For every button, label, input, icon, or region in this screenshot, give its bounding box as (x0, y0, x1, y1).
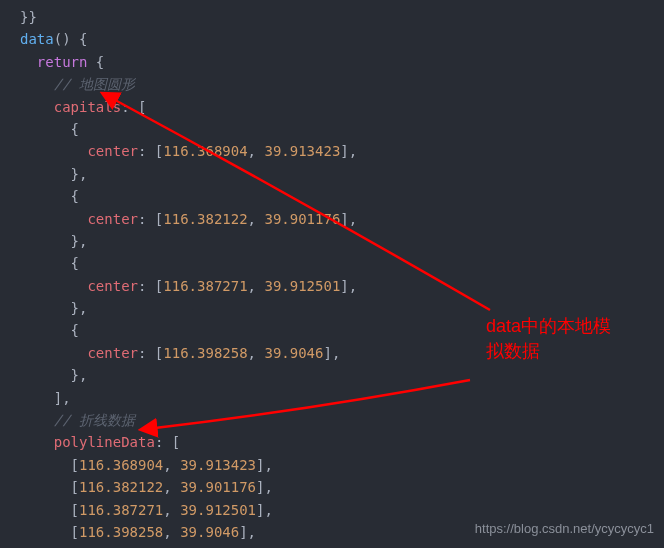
return-kw: return (37, 54, 88, 70)
ret-brace: { (87, 54, 104, 70)
close-braces: }} (20, 9, 37, 25)
watermark: https://blog.csdn.net/ycycycyc1 (475, 519, 654, 540)
fn-paren: () { (54, 31, 88, 47)
annotation-line1: data中的本地模 (486, 314, 646, 339)
open-obj: { (71, 121, 79, 137)
num-lat: 39.913423 (264, 143, 340, 159)
num-lon: 116.368904 (163, 143, 247, 159)
fn-name: data (20, 31, 54, 47)
comment-polyline: // 折线数据 (54, 412, 135, 428)
prop-polyline: polylineData (54, 434, 155, 450)
comment-circle: // 地图圆形 (54, 76, 135, 92)
prop-capitals: capitals (54, 99, 121, 115)
annotation-line2: 拟数据 (486, 339, 646, 364)
code-block: }} data() { return { // 地图圆形 capitals: [… (0, 0, 664, 548)
annotation-text: data中的本地模 拟数据 (486, 314, 646, 364)
colon-bracket: : [ (121, 99, 146, 115)
prop-center: center (87, 143, 138, 159)
